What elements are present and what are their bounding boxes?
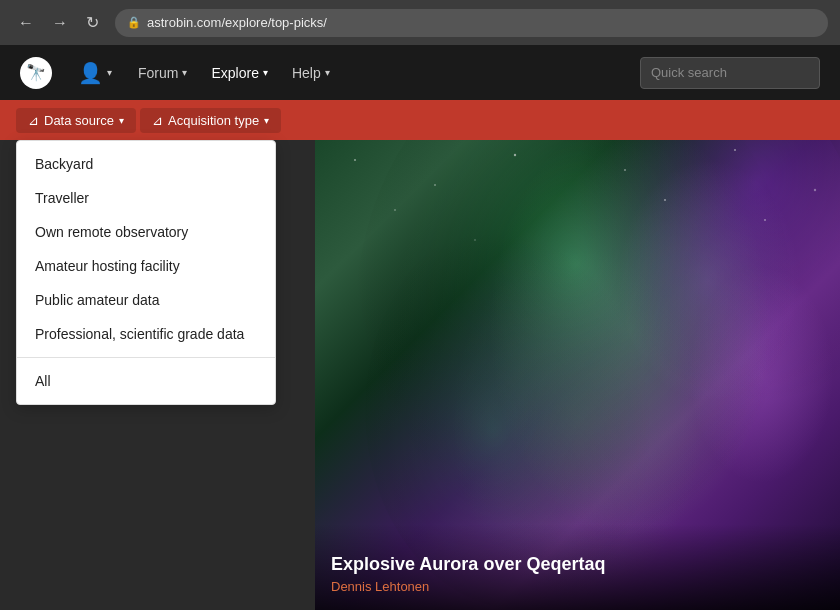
svg-point-10 xyxy=(764,219,766,221)
dropdown-item-public-amateur[interactable]: Public amateur data xyxy=(17,283,275,317)
svg-point-7 xyxy=(734,149,736,151)
nav-item-help[interactable]: Help ▾ xyxy=(282,59,340,87)
user-chevron-icon: ▾ xyxy=(107,67,112,78)
acquisition-type-button[interactable]: ⊿ Acquisition type ▾ xyxy=(140,108,281,133)
filter-bar: ⊿ Data source ▾ ⊿ Acquisition type ▾ Bac… xyxy=(0,100,840,140)
user-icon: 👤 xyxy=(78,61,103,85)
data-source-dropdown: Backyard Traveller Own remote observator… xyxy=(16,140,276,405)
data-source-button[interactable]: ⊿ Data source ▾ xyxy=(16,108,136,133)
browser-nav-buttons: ← → ↻ xyxy=(12,9,105,36)
browser-chrome: ← → ↻ 🔒 astrobin.com/explore/top-picks/ xyxy=(0,0,840,45)
forum-chevron-icon: ▾ xyxy=(182,67,187,78)
back-button[interactable]: ← xyxy=(12,10,40,36)
dropdown-item-backyard[interactable]: Backyard xyxy=(17,147,275,181)
forward-button[interactable]: → xyxy=(46,10,74,36)
logo-area[interactable]: 🔭 xyxy=(20,57,52,89)
dropdown-divider xyxy=(17,357,275,358)
svg-point-4 xyxy=(434,184,436,186)
svg-point-6 xyxy=(624,169,626,171)
help-chevron-icon: ▾ xyxy=(325,67,330,78)
dropdown-item-own-remote[interactable]: Own remote observatory xyxy=(17,215,275,249)
logo-symbol: 🔭 xyxy=(26,63,46,82)
svg-point-12 xyxy=(664,199,666,201)
svg-point-9 xyxy=(394,209,396,211)
dropdown-item-amateur-hosting[interactable]: Amateur hosting facility xyxy=(17,249,275,283)
url-text: astrobin.com/explore/top-picks/ xyxy=(147,15,327,30)
dropdown-item-all[interactable]: All xyxy=(17,364,275,398)
image-caption: Explosive Aurora over Qeqertaq Dennis Le… xyxy=(315,524,840,610)
explore-chevron-icon: ▾ xyxy=(263,67,268,78)
svg-point-3 xyxy=(354,159,356,161)
address-bar[interactable]: 🔒 astrobin.com/explore/top-picks/ xyxy=(115,9,828,37)
logo-icon: 🔭 xyxy=(20,57,52,89)
nav-item-forum[interactable]: Forum ▾ xyxy=(128,59,197,87)
svg-point-11 xyxy=(474,239,476,241)
acquisition-chevron-icon: ▾ xyxy=(264,115,269,126)
search-bar[interactable]: Quick search xyxy=(640,57,820,89)
svg-point-8 xyxy=(814,189,816,191)
nav-links: Forum ▾ Explore ▾ Help ▾ xyxy=(128,59,640,87)
aurora-image: Explosive Aurora over Qeqertaq Dennis Le… xyxy=(315,140,840,610)
acquisition-filter-icon: ⊿ xyxy=(152,113,163,128)
nav-item-explore[interactable]: Explore ▾ xyxy=(201,59,277,87)
lock-icon: 🔒 xyxy=(127,16,141,29)
app-header: 🔭 👤 ▾ Forum ▾ Explore ▾ Help ▾ Quick sea… xyxy=(0,45,840,100)
data-source-chevron-icon: ▾ xyxy=(119,115,124,126)
search-placeholder: Quick search xyxy=(651,65,727,80)
dropdown-item-professional[interactable]: Professional, scientific grade data xyxy=(17,317,275,351)
user-menu-button[interactable]: 👤 ▾ xyxy=(68,55,122,91)
filter-icon: ⊿ xyxy=(28,113,39,128)
image-title: Explosive Aurora over Qeqertaq xyxy=(331,554,824,575)
dropdown-item-traveller[interactable]: Traveller xyxy=(17,181,275,215)
refresh-button[interactable]: ↻ xyxy=(80,9,105,36)
svg-point-5 xyxy=(514,154,516,156)
image-author: Dennis Lehtonen xyxy=(331,579,824,594)
